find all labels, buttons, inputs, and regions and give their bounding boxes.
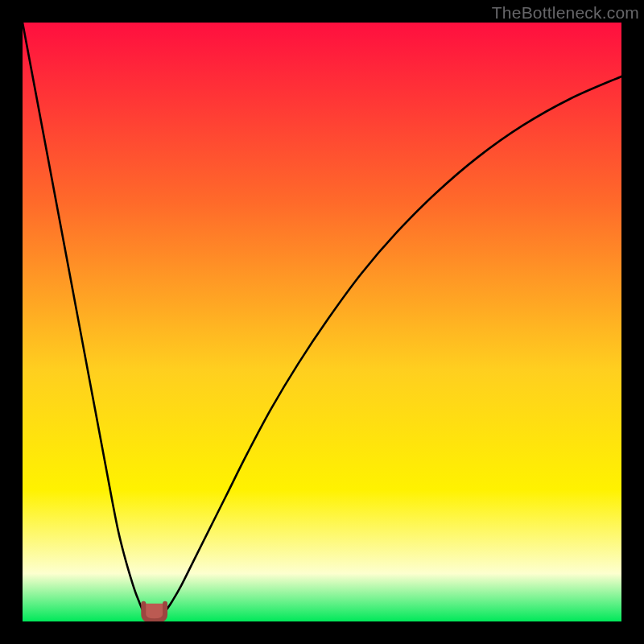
outer-black-frame: TheBottleneck.com xyxy=(0,0,644,644)
vertex-marker xyxy=(143,604,165,621)
gradient-background xyxy=(23,23,621,621)
watermark-text: TheBottleneck.com xyxy=(492,3,639,23)
bottleneck-chart-svg xyxy=(23,23,621,621)
plot-area xyxy=(23,23,621,621)
